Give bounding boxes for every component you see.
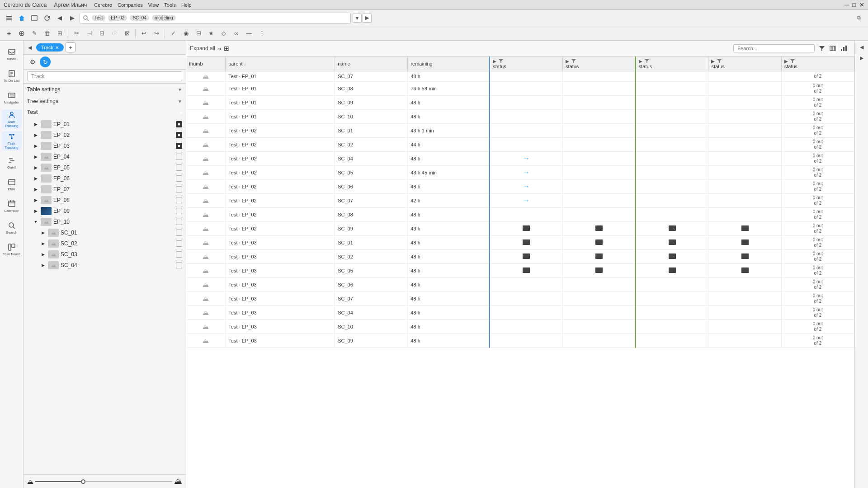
expand-ep09[interactable]: ▶ xyxy=(33,208,39,214)
table-row[interactable]: ⛰Test · EP_01SC_0948 h0 outof 2 xyxy=(186,96,854,110)
check-ep06[interactable] xyxy=(176,175,182,182)
search-tag-modeling[interactable]: modeling xyxy=(152,15,176,21)
table-row[interactable]: ⛰Test · EP_01SC_0876 h 59 min0 outof 2 xyxy=(186,82,854,96)
add-subtask-button[interactable] xyxy=(16,28,27,39)
expand-sc01[interactable]: ▶ xyxy=(40,230,46,236)
tree-item-ep09[interactable]: ▶ EP_09 xyxy=(24,206,186,216)
tab-track-close[interactable]: ✕ xyxy=(55,45,59,50)
tree-item-sc02[interactable]: ▶ ⛰ SC_02 xyxy=(24,238,186,249)
copy2-button[interactable]: ⊣ xyxy=(84,28,94,39)
table-row[interactable]: ⛰Test · EP_02SC_0244 h0 outof 2 xyxy=(186,138,854,152)
panel-settings-button[interactable]: ⚙ xyxy=(27,56,38,67)
sidebar-item-inbox[interactable]: Inbox xyxy=(2,44,22,64)
status2-expand[interactable]: ▶ xyxy=(566,59,569,64)
sidebar-item-gantt[interactable]: Gantt xyxy=(2,153,22,173)
history-forward[interactable]: ▶ xyxy=(363,14,372,23)
sidebar-item-task-tracking[interactable]: Task Tracking xyxy=(2,131,22,151)
nav-back-button[interactable]: ◀ xyxy=(54,13,65,23)
confirm-button[interactable]: ✓ xyxy=(168,28,179,39)
check-sc03[interactable] xyxy=(176,251,182,258)
redo-button[interactable]: ↪ xyxy=(151,28,162,39)
right-panel-nav-forward[interactable]: ▶ xyxy=(857,53,866,62)
zoom-in-icon[interactable]: ⛰ xyxy=(174,477,182,486)
expand-ep03[interactable]: ▶ xyxy=(33,143,39,149)
pin-button[interactable]: ◉ xyxy=(180,28,191,39)
table-row[interactable]: ⛰Test · EP_02SC_0648 h→0 outof 2 xyxy=(186,180,854,194)
table-row[interactable]: ⛰Test · EP_03SC_0448 h0 outof 2 xyxy=(186,306,854,320)
expand-sc02[interactable]: ▶ xyxy=(40,240,46,247)
tree-item-ep03[interactable]: ▶ EP_03 ■ xyxy=(24,141,186,151)
table-row[interactable]: ⛰Test · EP_03SC_0648 h0 outof 2 xyxy=(186,278,854,292)
sidebar-item-todo[interactable]: To Do List xyxy=(2,66,22,86)
link2-button[interactable]: — xyxy=(244,28,255,39)
status5-filter-icon[interactable] xyxy=(790,58,795,64)
table-row[interactable]: ⛰Test · EP_02SC_0742 h→0 outof 2 xyxy=(186,194,854,208)
columns-icon[interactable] xyxy=(829,45,836,52)
menu-companies[interactable]: Companies xyxy=(118,2,143,8)
check-ep05[interactable] xyxy=(176,164,182,171)
star-button[interactable]: ★ xyxy=(206,28,217,39)
check-ep09[interactable] xyxy=(176,208,182,214)
table-row[interactable]: ⛰Test · EP_02SC_0143 h 1 min0 outof 2 xyxy=(186,124,854,138)
window-button[interactable] xyxy=(29,13,40,23)
search-tag-test[interactable]: Test xyxy=(92,15,105,21)
close-button[interactable]: ✕ xyxy=(859,1,864,8)
expand-sc03[interactable]: ▶ xyxy=(40,251,46,258)
check-sc04[interactable] xyxy=(176,262,182,268)
add-tab-button[interactable]: + xyxy=(66,42,75,52)
table-row[interactable]: ⛰Test · EP_03SC_0548 h0 outof 2 xyxy=(186,264,854,278)
tree-item-ep02[interactable]: ▶ EP_02 ■ xyxy=(24,130,186,141)
more-button[interactable]: ⋮ xyxy=(256,28,267,39)
expand-ep05[interactable]: ▶ xyxy=(33,164,39,171)
parent-sort-icon[interactable]: ↓ xyxy=(244,61,246,66)
top-search-input[interactable] xyxy=(733,44,815,52)
nav-forward-button[interactable]: ▶ xyxy=(67,13,78,23)
check-ep10[interactable] xyxy=(176,219,182,225)
menu-cerebro[interactable]: Cerebro xyxy=(94,2,112,8)
check-ep03[interactable]: ■ xyxy=(176,143,182,149)
status3-filter-icon[interactable] xyxy=(644,58,650,64)
expand-all-icon[interactable]: » xyxy=(218,45,221,52)
sidebar-toggle-button[interactable] xyxy=(4,13,14,23)
tree-item-ep04[interactable]: ▶ ⛰ EP_04 xyxy=(24,151,186,162)
table-row[interactable]: ⛰Test · EP_02SC_0848 h0 outof 2 xyxy=(186,208,854,222)
check-sc01[interactable] xyxy=(176,230,182,236)
table-row[interactable]: ⛰Test · EP_02SC_0448 h→0 outof 2 xyxy=(186,152,854,166)
expand-ep04[interactable]: ▶ xyxy=(33,154,39,160)
zoom-out-icon[interactable]: ⛰ xyxy=(27,478,33,485)
menu-help[interactable]: Help xyxy=(181,2,192,8)
th-parent[interactable]: parent ↓ xyxy=(226,56,335,71)
grid-toggle-icon[interactable]: ⊞ xyxy=(224,45,229,52)
tree-item-ep06[interactable]: ▶ EP_06 xyxy=(24,173,186,184)
tab-track[interactable]: Track ✕ xyxy=(36,43,64,52)
status1-filter-icon[interactable] xyxy=(498,58,504,64)
table-settings-row[interactable]: Table settings ▼ xyxy=(24,84,186,95)
table-row[interactable]: ⛰Test · EP_03SC_0148 h0 outof 2 xyxy=(186,236,854,250)
menu-tools[interactable]: Tools xyxy=(164,2,176,8)
refresh-button[interactable] xyxy=(42,13,52,23)
edit-button[interactable]: ✎ xyxy=(29,28,40,39)
table-row[interactable]: ⛰Test · EP_03SC_0948 h0 outof 2 xyxy=(186,334,854,348)
diamond-button[interactable]: ◇ xyxy=(218,28,229,39)
search-input[interactable] xyxy=(179,15,348,21)
check-sc02[interactable] xyxy=(176,240,182,247)
tree-settings-row[interactable]: Tree settings ▼ xyxy=(24,95,186,107)
check-ep02[interactable]: ■ xyxy=(176,132,182,138)
tree-root-check[interactable]: ■ xyxy=(180,109,182,115)
undo-button[interactable]: ↩ xyxy=(138,28,149,39)
link-button[interactable]: ∞ xyxy=(231,28,242,39)
status1-expand[interactable]: ▶ xyxy=(493,59,496,64)
status2-filter-icon[interactable] xyxy=(571,58,576,64)
sidebar-item-plan[interactable]: Plan xyxy=(2,174,22,194)
expand-ep01[interactable]: ▶ xyxy=(33,121,39,127)
status5-expand[interactable]: ▶ xyxy=(784,59,788,64)
tree-item-ep08[interactable]: ▶ ⛰ EP_08 xyxy=(24,195,186,206)
tree-item-sc03[interactable]: ▶ ⛰ SC_03 xyxy=(24,249,186,260)
table-row[interactable]: ⛰Test · EP_03SC_1048 h0 outof 2 xyxy=(186,320,854,334)
panel-search-display[interactable]: Track xyxy=(27,71,182,81)
zoom-slider[interactable] xyxy=(35,481,172,482)
sidebar-item-navigator[interactable]: Navigator xyxy=(2,88,22,108)
save-button[interactable]: ⊟ xyxy=(193,28,204,39)
paste-button[interactable]: ⊡ xyxy=(96,28,107,39)
tree-item-ep05[interactable]: ▶ ⛰ EP_05 xyxy=(24,162,186,173)
